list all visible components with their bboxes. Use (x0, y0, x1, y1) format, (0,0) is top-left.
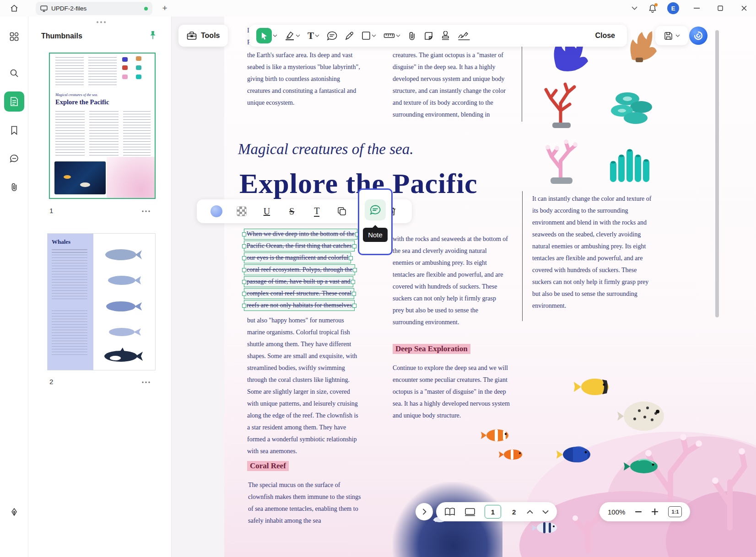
note-tooltip: Note (363, 228, 388, 242)
color-swatch-button[interactable] (204, 199, 229, 223)
thumb-text-block (88, 57, 117, 86)
page-thumbnail-1[interactable]: Magical creatures of the sea. Explore th… (49, 53, 156, 199)
vertical-scrollbar[interactable] (715, 30, 719, 317)
unsaved-dot (144, 7, 148, 11)
thumb-fish (80, 182, 90, 187)
thumbnails-title: Thumbnails (41, 32, 82, 40)
maximize-button[interactable] (708, 0, 732, 16)
home-button[interactable] (0, 0, 28, 16)
stamp-tool[interactable] (439, 30, 452, 42)
previous-page-button[interactable] (527, 510, 533, 514)
ai-swirl-icon (693, 30, 704, 41)
comment-bubble-icon (327, 31, 337, 41)
highlight-tool[interactable] (283, 29, 302, 42)
strikeout-line[interactable]: Pacific Ocean, the first thing that catc… (244, 241, 355, 252)
strikeout-line[interactable]: reefs are not only habitats for themselv… (244, 300, 355, 311)
ink-pen-button[interactable] (5, 503, 23, 521)
chevron-down-icon (632, 6, 637, 10)
text-style-button[interactable]: T (304, 199, 329, 223)
save-button[interactable] (655, 26, 688, 45)
reading-mode-button[interactable] (444, 508, 455, 516)
strikeout-button[interactable]: S (279, 199, 304, 223)
pen-nib-icon (10, 508, 19, 517)
page-navigation-bar: 1 2 (436, 502, 557, 521)
comment-icon (10, 154, 19, 163)
note-icon (370, 205, 381, 215)
zoom-level[interactable]: 100% (608, 508, 625, 516)
thumb1-menu-button[interactable] (142, 210, 150, 212)
opacity-button[interactable] (229, 199, 254, 223)
thumb-whale (106, 325, 142, 338)
thumb-text-block (89, 111, 119, 157)
zoom-in-button[interactable] (652, 509, 658, 515)
red-branch-coral (546, 84, 574, 124)
thumb-whale (103, 246, 143, 262)
expand-bar-button[interactable] (416, 503, 433, 520)
attach-file-tool[interactable] (406, 30, 418, 42)
signature-tool[interactable] (456, 30, 472, 42)
pages-panel-button[interactable] (4, 91, 24, 112)
note-button[interactable] (365, 199, 386, 220)
strikeout-line[interactable]: complex coral reef structure. These cora… (244, 288, 354, 299)
titlebar: UPDF-2-files + E (0, 0, 756, 16)
thumb2-menu-button[interactable] (142, 381, 150, 383)
actual-size-button[interactable]: 1:1 (668, 506, 682, 517)
sticker-icon (424, 31, 433, 41)
ai-assistant-button[interactable] (689, 27, 707, 45)
strikeout-icon: S (289, 206, 294, 217)
search-button[interactable] (5, 64, 23, 82)
chevron-down-icon (273, 34, 277, 37)
zoom-out-button[interactable] (635, 511, 642, 513)
copy-button[interactable] (329, 199, 355, 223)
pen-tool[interactable] (343, 30, 356, 42)
strikeout-line[interactable]: our eyes is the magnificent and colorful (244, 252, 351, 263)
notifications-button[interactable] (643, 0, 662, 16)
minimize-button[interactable] (685, 0, 708, 16)
zoom-bar: 100% 1:1 (599, 502, 690, 521)
note-tool-selection: Note (358, 188, 393, 255)
avatar[interactable]: E (667, 2, 679, 14)
comments-button[interactable] (5, 150, 23, 168)
page-2-button[interactable]: 2 (510, 508, 518, 516)
underline-button[interactable]: U (254, 199, 280, 223)
attachments-button[interactable] (5, 178, 23, 196)
close-button[interactable]: Close (589, 32, 621, 40)
tab-list-button[interactable] (625, 0, 643, 16)
paperclip-icon (408, 31, 416, 41)
dashboard-button[interactable] (5, 27, 23, 46)
next-page-button[interactable] (542, 510, 549, 514)
strikeout-line[interactable]: When we dive deep into the bottom of the (244, 229, 357, 240)
thumb-coral (136, 75, 141, 79)
thumb-orca (102, 347, 144, 364)
sticker-tool[interactable] (422, 30, 435, 42)
bookmarks-button[interactable] (5, 121, 23, 139)
pin-panel-button[interactable] (148, 30, 157, 40)
close-window-button[interactable] (732, 0, 756, 16)
shape-tool[interactable] (360, 30, 378, 42)
square-icon (362, 31, 371, 40)
text-tool[interactable]: T (306, 29, 321, 43)
left-icon-rail (0, 16, 28, 557)
presentation-button[interactable] (464, 508, 475, 516)
comment-tool[interactable] (325, 30, 339, 42)
current-page-box[interactable]: 1 (485, 505, 501, 519)
paperclip-icon (10, 182, 18, 192)
chevron-down-icon (396, 34, 400, 37)
text-style-icon: T (314, 206, 319, 217)
text-icon: T (308, 30, 314, 42)
document-tab[interactable]: UPDF-2-files (36, 2, 152, 15)
butterflyfish (574, 379, 609, 395)
select-tool[interactable] (255, 27, 279, 45)
clownfish (481, 429, 508, 441)
page-thumbnail-2[interactable]: Whales (47, 233, 156, 370)
new-tab-button[interactable]: + (158, 2, 171, 15)
thumb-title: Whales (52, 238, 70, 246)
tools-button[interactable]: Tools (178, 25, 228, 47)
panel-menu-button[interactable] (96, 21, 106, 23)
monitor-icon (40, 5, 48, 12)
column-rule (522, 191, 523, 321)
measure-tool[interactable] (382, 30, 402, 41)
strikeout-line[interactable]: coral reef ecosystem. Polyps, through th… (244, 264, 355, 275)
strikeout-line[interactable]: passage of time, have built up a vast an… (244, 276, 353, 287)
thumb-fish (64, 175, 71, 179)
